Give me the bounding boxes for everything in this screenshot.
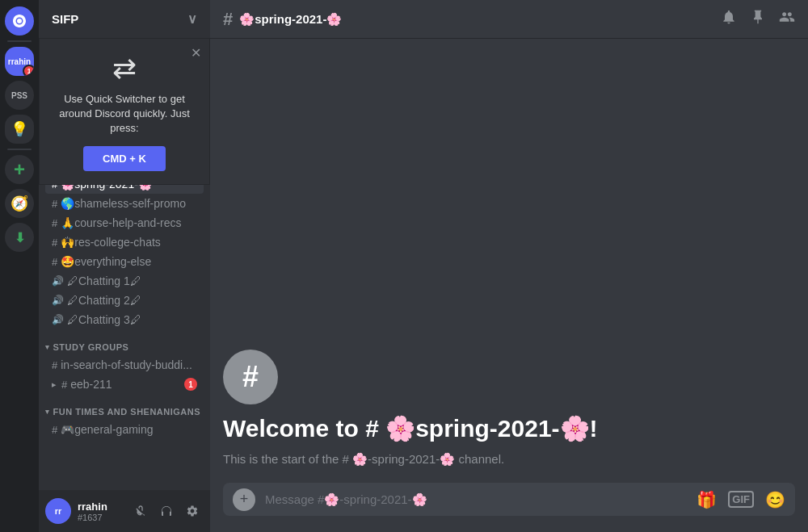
channel-item-eeb-211[interactable]: ▸ # eeb-211 1	[45, 375, 204, 394]
plus-icon: +	[240, 491, 249, 508]
server-header[interactable]: SIFP ∨	[39, 0, 210, 39]
channel-name: eeb-211	[70, 378, 112, 391]
quick-switcher-button[interactable]: CMD + K	[83, 146, 166, 171]
category-arrow-icon: ▾	[45, 343, 50, 351]
notifications-button[interactable]	[721, 9, 737, 29]
compass-icon: 🧭	[11, 195, 28, 212]
channels-list: # 🌸spring-2021-🌸 # 🌎shameless-self-promo…	[39, 168, 210, 490]
pss-server-icon[interactable]: PSS	[5, 81, 34, 110]
server-chevron-icon: ∨	[187, 11, 197, 27]
channel-name: 🖊Chatting 3🖊	[67, 313, 141, 326]
channel-hash-icon: #	[52, 424, 57, 436]
gif-button[interactable]: GIF	[728, 491, 754, 508]
download-icon: ⬇	[15, 230, 25, 245]
main-header: # 🌸spring-2021-🌸	[210, 0, 808, 39]
channel-item-study-buddis[interactable]: # in-search-of-study-buddi...	[45, 355, 204, 375]
channel-item-chatting1[interactable]: 🔊 🖊Chatting 1🖊	[45, 271, 204, 291]
user-panel: rr rrahin #1637	[39, 490, 210, 532]
channel-name: 🎮general-gaming	[61, 423, 153, 436]
member-list-button[interactable]	[779, 9, 795, 29]
channel-badge: 1	[184, 378, 197, 391]
header-hash-icon: #	[223, 9, 233, 30]
message-input-wrapper: + 🎁 GIF 😊	[223, 483, 795, 516]
server-name: SIFP	[52, 12, 78, 26]
mute-microphone-button[interactable]	[129, 500, 152, 522]
emoji-button[interactable]: 😊	[765, 490, 785, 509]
channel-item-chatting2[interactable]: 🔊 🖊Chatting 2🖊	[45, 291, 204, 310]
channel-item-everything-else[interactable]: # 🤩everything-else	[45, 252, 204, 271]
add-icon: +	[14, 158, 25, 181]
message-input-area: + 🎁 GIF 😊	[210, 483, 808, 532]
quick-switcher-description: Use Quick Switcher to get around Discord…	[53, 92, 196, 136]
channel-name: in-search-of-study-buddi...	[61, 358, 192, 371]
channel-item-res-college[interactable]: # 🙌res-college-chats	[45, 232, 204, 252]
light-server-icon[interactable]: 💡	[5, 115, 34, 144]
header-actions	[721, 9, 795, 29]
header-channel-name: 🌸spring-2021-🌸	[239, 12, 342, 27]
voice-icon: 🔊	[52, 295, 64, 306]
channel-item-chatting3[interactable]: 🔊 🖊Chatting 3🖊	[45, 310, 204, 329]
channel-name: 🖊Chatting 1🖊	[67, 274, 141, 287]
light-emoji: 💡	[11, 120, 28, 138]
channel-name: 🤩everything-else	[61, 255, 151, 268]
svg-point-0	[17, 19, 22, 23]
category-fun-times[interactable]: ▾ FUN TIMES AND SHENANIGANS	[39, 394, 210, 420]
channel-hash-icon: #	[52, 359, 57, 371]
channel-hash-icon: #	[52, 198, 57, 210]
add-server-button[interactable]: +	[5, 155, 34, 184]
discord-home-icon[interactable]	[5, 6, 34, 36]
quick-switcher-popup: ✕ ⇄ Use Quick Switcher to get around Dis…	[39, 39, 210, 185]
welcome-title: Welcome to # 🌸spring-2021-🌸!	[223, 414, 598, 442]
user-discriminator: #1637	[78, 513, 123, 522]
user-actions	[129, 500, 204, 522]
user-settings-button[interactable]	[181, 500, 204, 522]
message-input[interactable]	[265, 483, 687, 516]
pin-messages-button[interactable]	[750, 9, 766, 29]
channel-hash-icon: #	[52, 256, 57, 268]
welcome-description: This is the start of the # 🌸-spring-2021…	[223, 452, 504, 467]
server-nav: rrahin 1 PSS 💡 + 🧭 ⬇	[0, 0, 39, 532]
user-info: rrahin #1637	[78, 501, 123, 522]
channel-hash-icon: #	[52, 237, 57, 249]
download-apps-button[interactable]: ⬇	[5, 223, 34, 252]
attach-file-button[interactable]: +	[233, 488, 255, 511]
gift-button[interactable]: 🎁	[696, 490, 717, 509]
username: rrahin	[78, 501, 123, 513]
server-divider-2	[7, 149, 32, 150]
pss-label: PSS	[11, 91, 27, 100]
sifp-notification: 1	[23, 65, 34, 76]
discover-servers-button[interactable]: 🧭	[5, 189, 34, 218]
main-content: # 🌸spring-2021-🌸 # Welcome t	[210, 0, 808, 532]
headphones-button[interactable]	[155, 500, 178, 522]
user-avatar: rr	[45, 498, 71, 524]
channel-hash-icon: #	[61, 379, 67, 391]
channel-item-shameless-promo[interactable]: # 🌎shameless-self-promo	[45, 194, 204, 213]
category-study-groups[interactable]: ▾ STUDY GROUPS	[39, 329, 210, 355]
chat-area: # Welcome to # 🌸spring-2021-🌸! This is t…	[210, 39, 808, 483]
channel-arrow-icon: ▸	[52, 379, 57, 390]
category-label: STUDY GROUPS	[53, 342, 129, 352]
message-input-actions: 🎁 GIF 😊	[696, 490, 785, 509]
category-arrow-icon: ▾	[45, 408, 50, 416]
voice-icon: 🔊	[52, 275, 64, 287]
channel-item-general-gaming[interactable]: # 🎮general-gaming	[45, 420, 204, 439]
quick-switcher-close-button[interactable]: ✕	[191, 45, 201, 61]
channel-name: 🌎shameless-self-promo	[61, 197, 186, 210]
sifp-server-icon[interactable]: rrahin 1	[5, 47, 34, 76]
welcome-hash-icon: #	[223, 350, 278, 404]
channel-item-course-help[interactable]: # 🙏course-help-and-recs	[45, 213, 204, 232]
quick-switcher-icon: ⇄	[53, 52, 196, 86]
category-label: FUN TIMES AND SHENANIGANS	[53, 407, 201, 417]
channel-name: 🖊Chatting 2🖊	[67, 294, 141, 307]
channel-hash-icon: #	[52, 217, 57, 229]
server-divider	[7, 40, 32, 42]
voice-icon: 🔊	[52, 314, 64, 325]
channel-sidebar: SIFP ∨ ✕ ⇄ Use Quick Switcher to get aro…	[39, 0, 210, 532]
welcome-section: # Welcome to # 🌸spring-2021-🌸! This is t…	[223, 350, 795, 467]
channel-name: 🙏course-help-and-recs	[61, 216, 181, 229]
channel-name: 🙌res-college-chats	[61, 236, 161, 249]
